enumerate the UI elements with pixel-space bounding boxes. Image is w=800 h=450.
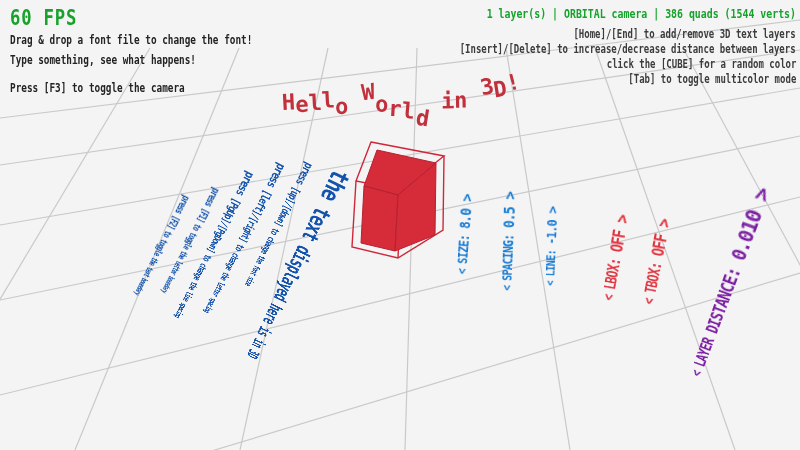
hello-letter <box>428 96 443 122</box>
hello-letter: W <box>360 79 376 105</box>
hello-letter: l <box>401 98 416 124</box>
hello-letter <box>348 90 363 116</box>
hello-letter: l <box>308 90 323 116</box>
help-line: [Insert]/[Delete] to increase/decrease d… <box>460 41 796 56</box>
hello-letter: l <box>321 87 336 113</box>
hello-letter: H <box>281 89 296 115</box>
tip-type-something: Type something, see what happens! <box>10 52 196 67</box>
hello-letter: e <box>295 92 310 118</box>
fps-counter: 60 FPS <box>10 6 77 30</box>
tip-drag-drop-font: Drag & drop a font file to change the fo… <box>10 32 252 47</box>
cube-left-face <box>361 186 398 251</box>
help-line: [Tab] to toggle multicolor mode <box>628 71 796 86</box>
hello-letter <box>467 82 482 108</box>
status-bar: 1 layer(s) | ORBITAL camera | 386 quads … <box>487 6 796 21</box>
app-window: { "hud": { "fps_label": "60 FPS", "tips_… <box>0 0 800 450</box>
help-line: [Home]/[End] to add/remove 3D text layer… <box>574 26 796 41</box>
cube-solid[interactable] <box>361 150 436 251</box>
hello-letter: i <box>441 88 455 113</box>
hello-letter: o <box>335 94 349 119</box>
help-line: click the [CUBE] for a random color <box>606 56 796 71</box>
hello-letter: o <box>375 92 389 117</box>
tip-toggle-camera: Press [F3] to toggle the camera <box>10 80 185 95</box>
hello-letter: n <box>454 87 468 112</box>
